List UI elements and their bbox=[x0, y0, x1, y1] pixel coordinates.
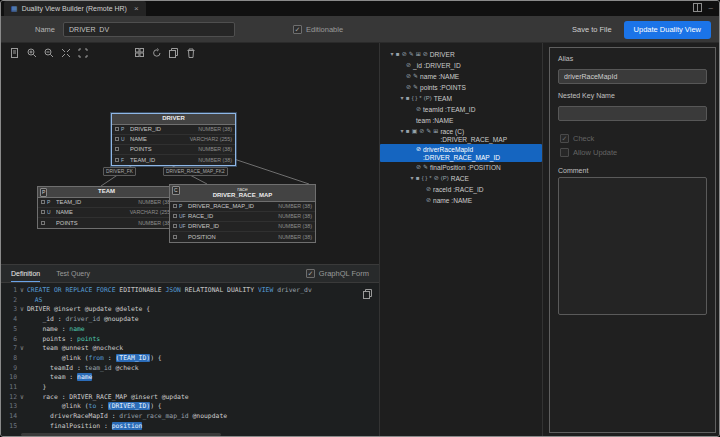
code-line[interactable]: 15 finalPosition : position bbox=[1, 422, 379, 432]
graphql-form-checkbox[interactable] bbox=[306, 269, 315, 278]
caret-down-icon[interactable]: ▾ bbox=[388, 49, 396, 60]
fold-icon[interactable]: ∨ bbox=[17, 393, 27, 403]
comment-textarea[interactable] bbox=[558, 177, 707, 315]
code-line[interactable]: 8 @link (from : (TEAM_ID)) { bbox=[1, 354, 379, 364]
allow-update-checkbox[interactable] bbox=[560, 148, 569, 157]
sql-code-editor[interactable]: 1∨CREATE OR REPLACE FORCE EDITIONABLE JS… bbox=[1, 283, 379, 437]
er-column-row[interactable]: POINTSNUMBER (38) bbox=[38, 218, 175, 228]
delete-icon[interactable] bbox=[185, 48, 196, 59]
er-column-row[interactable]: UNAMEVARCHAR2 (255) bbox=[38, 208, 175, 218]
check-checkbox[interactable] bbox=[560, 134, 569, 143]
code-line[interactable]: 1∨CREATE OR REPLACE FORCE EDITIONABLE JS… bbox=[1, 286, 379, 296]
tree-node-race[interactable]: ▾■▣⊘✎⊞race (C):DRIVER_RACE_MAP bbox=[380, 126, 542, 144]
er-column-row[interactable]: PDRIVER_IDNUMBER (38) bbox=[112, 125, 235, 135]
er-table-header[interactable]: CraceDRIVER_RACE_MAP bbox=[170, 185, 315, 202]
er-diagram-panel: DRIVERPDRIVER_IDNUMBER (38)UNAMEVARCHAR2… bbox=[1, 43, 379, 264]
minimize-panel-icon[interactable]: – bbox=[709, 3, 713, 12]
diagram-canvas[interactable]: DRIVERPDRIVER_IDNUMBER (38)UNAMEVARCHAR2… bbox=[1, 63, 379, 264]
code-line[interactable]: 6 points : points bbox=[1, 335, 379, 345]
editionable-checkbox[interactable] bbox=[293, 25, 302, 34]
editor-tab-bar: Definition Test Query GraphQL Form bbox=[1, 265, 379, 283]
pencil-icon: ✎ bbox=[413, 82, 418, 93]
copy-code-icon[interactable] bbox=[363, 289, 372, 299]
code-line[interactable]: 4 _id : driver_id @noupdate bbox=[1, 315, 379, 325]
key-badge: P bbox=[179, 203, 188, 209]
refresh-icon[interactable] bbox=[151, 48, 162, 59]
er-column-row[interactable]: UFDRIVER_IDNUMBER (38) bbox=[170, 222, 315, 232]
column-icon bbox=[41, 221, 45, 225]
fold-icon[interactable]: ∨ bbox=[17, 344, 27, 354]
layout-split-icon[interactable] bbox=[693, 3, 702, 12]
caret-down-icon[interactable]: ▾ bbox=[398, 126, 406, 137]
line-number: 1 bbox=[1, 286, 17, 296]
column-name: POSITION bbox=[188, 234, 278, 240]
tree-node-name[interactable]: ⊘✎name :NAME bbox=[380, 71, 542, 82]
update-duality-view-button[interactable]: Update Duality View bbox=[624, 21, 711, 39]
tab-definition[interactable]: Definition bbox=[11, 265, 40, 282]
table-icon: ■ bbox=[396, 49, 400, 60]
grid-icon[interactable] bbox=[134, 48, 145, 59]
er-column-row[interactable]: PDRIVER_RACE_MAP_IDNUMBER (38) bbox=[170, 202, 315, 212]
tree-node-driver[interactable]: ▾■⊘✎⊞⊘DRIVER bbox=[380, 49, 542, 60]
tree-node-label: name :NAME bbox=[420, 71, 459, 82]
expand-icon[interactable] bbox=[77, 48, 88, 59]
tree-node-_id[interactable]: ⊘_id :DRIVER_ID bbox=[380, 60, 542, 71]
relation-label-driver-race-map-fk2[interactable]: DRIVER_RACE_MAP_FK2 bbox=[163, 167, 228, 176]
fold-icon[interactable]: ∨ bbox=[17, 286, 27, 296]
tree-node-team[interactable]: team :NAME bbox=[380, 115, 542, 126]
code-line[interactable]: 2 AS bbox=[1, 296, 379, 306]
name-input[interactable] bbox=[63, 22, 235, 37]
tree-node-driverracemapid[interactable]: ⊘driverRaceMapId:DRIVER_RACE_MAP_ID bbox=[380, 144, 542, 162]
slash-icon: ⊘ bbox=[423, 49, 428, 60]
er-table-driver_race_map[interactable]: CraceDRIVER_RACE_MAPPDRIVER_RACE_MAP_IDN… bbox=[169, 184, 316, 243]
code-line[interactable]: 11 } bbox=[1, 383, 379, 393]
fit-to-window-icon[interactable] bbox=[60, 48, 71, 59]
tree-node-points[interactable]: ⊘✎points :POINTS bbox=[380, 82, 542, 93]
close-tab-icon[interactable]: × bbox=[134, 4, 139, 13]
line-number: 4 bbox=[1, 315, 17, 325]
tree-node-finalposition[interactable]: ⊘✎finalPosition :POSITION bbox=[380, 162, 542, 173]
er-column-row[interactable]: UNAMEVARCHAR2 (255) bbox=[112, 135, 235, 145]
relation-label-driver-fk[interactable]: DRIVER_FK bbox=[103, 167, 136, 176]
code-line[interactable]: 12∨ race : DRIVER_RACE_MAP @insert @upda… bbox=[1, 393, 379, 403]
caret-down-icon[interactable]: ▾ bbox=[408, 173, 416, 184]
er-column-row[interactable]: POINTSNUMBER (38) bbox=[112, 145, 235, 155]
column-type: NUMBER (38) bbox=[278, 223, 312, 229]
code-line[interactable]: 9 teamId : team_id @check bbox=[1, 364, 379, 374]
er-column-row[interactable]: POSITIONNUMBER (38) bbox=[170, 232, 315, 242]
er-table-driver[interactable]: DRIVERPDRIVER_IDNUMBER (38)UNAMEVARCHAR2… bbox=[111, 113, 236, 166]
code-line[interactable]: 13 @link (to : (DRIVER_ID)) { bbox=[1, 402, 379, 412]
code-line[interactable]: 14 driverRaceMapId : driver_race_map_id … bbox=[1, 412, 379, 422]
tree-node-team[interactable]: ▾■{ }*(P)TEAM bbox=[380, 93, 542, 104]
er-column-row[interactable]: FTEAM_IDNUMBER (38) bbox=[112, 155, 235, 165]
nested-key-name-input[interactable] bbox=[558, 106, 707, 121]
plusbox-icon: ⊞ bbox=[416, 49, 421, 60]
tab-duality-view-builder[interactable]: ▦ Duality View Builder (Remote HR) × bbox=[4, 1, 146, 16]
code-line[interactable]: 3∨DRIVER @insert @update @delete { bbox=[1, 305, 379, 315]
save-to-file-button[interactable]: Save to File bbox=[572, 25, 612, 34]
er-table-header[interactable]: PTEAM bbox=[38, 187, 175, 198]
tree-node-race[interactable]: ▾■{ }*⊘(P)RACE bbox=[380, 173, 542, 184]
fold-icon[interactable]: ∨ bbox=[17, 305, 27, 315]
tab-test-query[interactable]: Test Query bbox=[56, 265, 90, 282]
alias-input[interactable] bbox=[558, 69, 707, 84]
er-table-team[interactable]: PTEAMPTEAM_IDNUMBER (38)UNAMEVARCHAR2 (2… bbox=[37, 186, 176, 229]
caret-down-icon[interactable]: ▾ bbox=[398, 93, 406, 104]
column-icon bbox=[115, 127, 119, 131]
tree-node-teamid[interactable]: ⊘teamId :TEAM_ID bbox=[380, 104, 542, 115]
code-line[interactable]: 5 name : name bbox=[1, 325, 379, 335]
tree-node-name[interactable]: ⊘name :NAME bbox=[380, 195, 542, 206]
copy-icon[interactable] bbox=[168, 48, 179, 59]
zoom-out-icon[interactable] bbox=[43, 48, 54, 59]
er-table-header[interactable]: DRIVER bbox=[112, 114, 235, 125]
er-column-row[interactable]: PTEAM_IDNUMBER (38) bbox=[38, 198, 175, 208]
horizontal-scrollbar[interactable] bbox=[21, 433, 221, 436]
new-doc-icon[interactable] bbox=[9, 48, 20, 59]
fold-icon bbox=[17, 402, 27, 412]
code-line[interactable]: 7∨ team @unnest @nocheck bbox=[1, 344, 379, 354]
code-line[interactable]: 10 team : name bbox=[1, 373, 379, 383]
zoom-in-icon[interactable] bbox=[26, 48, 37, 59]
er-column-row[interactable]: UFRACE_IDNUMBER (38) bbox=[170, 212, 315, 222]
tree-node-raceid[interactable]: ⊘raceId :RACE_ID bbox=[380, 184, 542, 195]
column-icon bbox=[173, 204, 177, 208]
